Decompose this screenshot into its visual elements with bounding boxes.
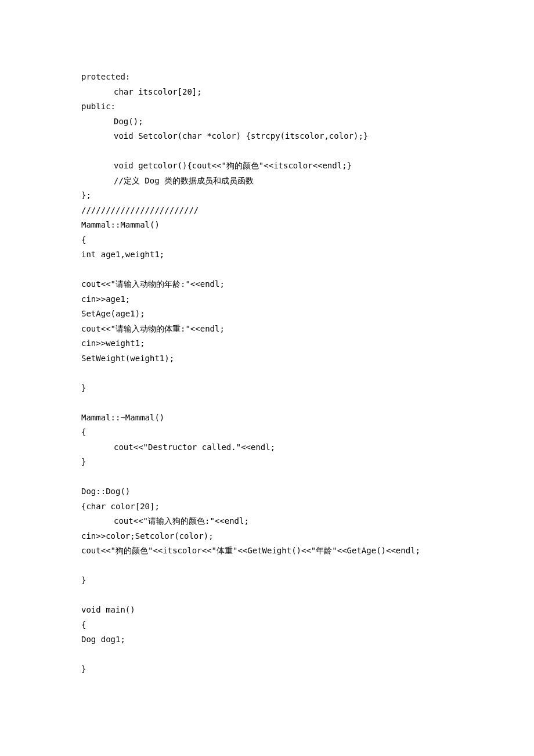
code-line: [81, 559, 453, 574]
code-line: void Setcolor(char *color) {strcpy(itsco…: [81, 129, 453, 144]
code-line: cin>>color;Setcolor(color);: [81, 529, 453, 544]
code-line: char itscolor[20];: [81, 85, 453, 100]
code-line: int age1,weight1;: [81, 247, 453, 262]
code-line: [81, 144, 453, 159]
code-line: cout<<"Destructor called."<<endl;: [81, 440, 453, 455]
code-line: SetAge(age1);: [81, 307, 453, 322]
code-line: void getcolor(){cout<<"狗的颜色"<<itscolor<<…: [81, 159, 453, 174]
code-line: [81, 262, 453, 278]
code-line: cin>>weight1;: [81, 336, 453, 351]
code-line: };: [81, 188, 453, 203]
code-document: protected:char itscolor[20];public:Dog()…: [0, 0, 534, 712]
code-line: [81, 395, 453, 411]
code-line: cin>>age1;: [81, 292, 453, 307]
code-line: }: [81, 381, 453, 396]
code-line: //定义 Dog 类的数据成员和成员函数: [81, 174, 453, 189]
code-line: SetWeight(weight1);: [81, 351, 453, 366]
code-line: Dog::Dog(): [81, 484, 453, 499]
code-line: [81, 470, 453, 485]
code-line: cout<<"请输入狗的颜色:"<<endl;: [81, 514, 453, 529]
code-line: [81, 588, 453, 603]
code-line: {: [81, 425, 453, 440]
code-line: public:: [81, 99, 453, 114]
code-line: [81, 366, 453, 381]
code-line: protected:: [81, 70, 453, 85]
code-line: Mammal::~Mammal(): [81, 411, 453, 426]
code-line: Mammal::Mammal(): [81, 218, 453, 233]
code-line: {char color[20];: [81, 499, 453, 514]
code-line: cout<<"狗的颜色"<<itscolor<<"体重"<<GetWeight(…: [81, 543, 453, 559]
code-line: [81, 647, 453, 663]
code-line: ////////////////////////: [81, 203, 453, 218]
code-line: Dog();: [81, 114, 453, 129]
code-line: cout<<"请输入动物的年龄:"<<endl;: [81, 277, 453, 292]
code-line: }: [81, 573, 453, 588]
code-line: {: [81, 618, 453, 633]
code-line: void main(): [81, 603, 453, 618]
code-line: }: [81, 455, 453, 470]
code-line: Dog dog1;: [81, 632, 453, 647]
code-line: cout<<"请输入动物的体重:"<<endl;: [81, 322, 453, 337]
code-line: {: [81, 233, 453, 248]
code-line: }: [81, 662, 453, 677]
